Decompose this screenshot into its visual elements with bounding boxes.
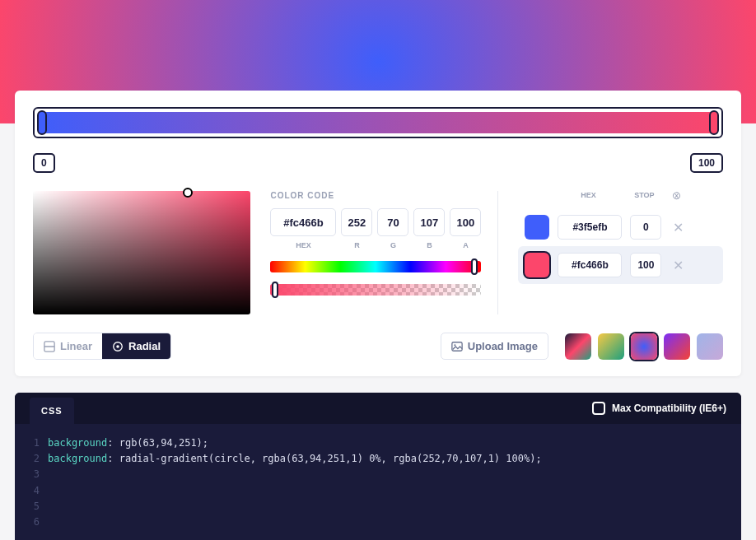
mode-linear-button[interactable]: Linear	[34, 333, 102, 359]
sub-label-a: A	[450, 241, 481, 249]
r-input[interactable]	[341, 208, 372, 236]
stop-position-input[interactable]	[630, 253, 661, 277]
stop-swatch[interactable]	[525, 253, 549, 277]
preset-1[interactable]	[598, 333, 624, 360]
alpha-slider[interactable]	[270, 284, 481, 296]
code-gutter: 123456	[15, 435, 48, 530]
stop-position-1[interactable]: 100	[690, 153, 723, 173]
code-lines[interactable]: background: rgb(63,94,251);background: r…	[48, 435, 542, 530]
sub-label-g: G	[377, 241, 408, 249]
delete-stop-icon[interactable]: ✕	[670, 258, 686, 273]
stop-position-input[interactable]	[630, 215, 661, 240]
preset-4[interactable]	[697, 333, 723, 360]
radial-icon	[112, 341, 124, 352]
code-tab-css[interactable]: CSS	[30, 398, 74, 424]
alpha-handle[interactable]	[272, 282, 278, 298]
gradient-handle-0[interactable]	[37, 110, 47, 135]
mode-linear-label: Linear	[60, 340, 92, 352]
stop-position-0[interactable]: 0	[33, 153, 55, 173]
preset-2[interactable]	[631, 333, 657, 360]
svg-point-5	[454, 344, 455, 346]
upload-image-button[interactable]: Upload Image	[441, 333, 548, 360]
stops-head-stop: STOP	[628, 191, 660, 202]
color-controls: COLOR CODE HEX R G B A	[270, 191, 498, 314]
stop-axis: 0 100	[33, 153, 723, 176]
hex-input[interactable]	[270, 208, 336, 236]
stops-list: HEX STOP ⓧ ✕✕	[518, 191, 723, 314]
color-code-label: COLOR CODE	[270, 191, 481, 200]
code-panel: CSS Max Compatibility (IE6+) 123456 back…	[15, 393, 741, 540]
delete-stop-icon[interactable]: ✕	[670, 220, 686, 235]
hue-slider[interactable]	[270, 261, 481, 272]
gradient-handle-1[interactable]	[709, 110, 719, 135]
stop-row-1[interactable]: ✕	[518, 246, 723, 284]
image-icon	[451, 341, 463, 352]
mode-radial-label: Radial	[128, 340, 161, 352]
sub-label-hex: HEX	[270, 241, 336, 249]
stops-head-hex: HEX	[556, 191, 620, 202]
upload-label: Upload Image	[468, 340, 538, 352]
preset-0[interactable]	[565, 333, 591, 360]
g-input[interactable]	[377, 208, 408, 236]
svg-point-3	[116, 345, 119, 348]
sub-label-b: B	[413, 241, 445, 249]
max-compat-toggle[interactable]: Max Compatibility (IE6+)	[592, 402, 726, 415]
stop-swatch[interactable]	[525, 215, 549, 240]
stop-hex-input[interactable]	[558, 215, 622, 240]
a-input[interactable]	[450, 208, 481, 236]
preset-3[interactable]	[664, 333, 690, 360]
sub-label-r: R	[341, 241, 372, 249]
stop-hex-input[interactable]	[558, 253, 622, 277]
editor-panel: 0 100 COLOR CODE HEX R G B A	[15, 91, 741, 376]
linear-icon	[44, 341, 55, 352]
mode-segmented: Linear Radial	[33, 333, 171, 360]
checkbox-icon[interactable]	[592, 402, 605, 415]
b-input[interactable]	[413, 208, 445, 236]
color-square[interactable]	[33, 191, 250, 314]
gradient-bar[interactable]	[33, 107, 723, 138]
stops-head-delete: ⓧ	[668, 191, 684, 202]
presets-row	[565, 333, 723, 360]
max-compat-label: Max Compatibility (IE6+)	[612, 403, 726, 414]
hue-handle[interactable]	[471, 258, 478, 275]
mode-radial-button[interactable]: Radial	[102, 333, 170, 359]
stop-row-0[interactable]: ✕	[518, 208, 723, 246]
